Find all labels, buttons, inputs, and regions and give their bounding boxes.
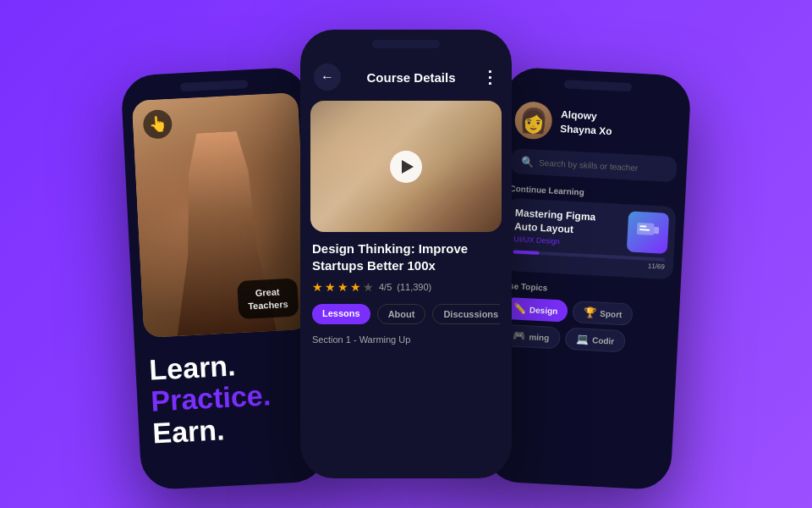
- user-header: AlqowyShayna Xo: [502, 67, 692, 157]
- phone-center-notch: [372, 40, 440, 48]
- badge-text: GreatTeachers: [247, 285, 288, 312]
- topic-coding-label: Codir: [592, 335, 615, 345]
- tagline-line-3: Earn.: [151, 410, 312, 450]
- section-label: Section 1 - Warming Up: [300, 334, 512, 345]
- course-title: Design Thinking: Improve Startups Better…: [312, 240, 500, 273]
- course-rating: ★ ★ ★ ★ ★ 4/5 (11,390): [312, 280, 500, 294]
- user-name: AlqowyShayna Xo: [560, 108, 613, 139]
- topic-design[interactable]: ✏️ Design: [502, 297, 568, 323]
- topic-sport[interactable]: 🏆 Sport: [573, 301, 634, 326]
- phone-center: ← Course Details ⋮ Design Thinking: Impr…: [300, 30, 512, 478]
- course-details-title: Course Details: [366, 70, 455, 85]
- browse-topics-title: vse Topics: [494, 280, 680, 299]
- topic-coding[interactable]: 💻 Codir: [564, 328, 625, 353]
- continue-card-title: Mastering Figma Auto Layout: [514, 207, 612, 238]
- play-button[interactable]: [390, 151, 422, 183]
- gaming-icon: 🎮: [513, 330, 526, 343]
- star-5: ★: [363, 280, 374, 294]
- topic-sport-label: Sport: [600, 308, 623, 318]
- search-icon: 🔍: [521, 156, 535, 168]
- topic-gaming-label: ming: [529, 332, 549, 342]
- course-thumbnail: [627, 211, 669, 253]
- design-icon: ✏️: [513, 303, 527, 316]
- topics-grid: ✏️ Design 🏆 Sport 🎮 ming 💻 Codir: [491, 296, 680, 355]
- great-teachers-badge: GreatTeachers: [237, 279, 299, 319]
- continue-card[interactable]: Mastering Figma Auto Layout UI/UX Design…: [503, 198, 676, 280]
- tab-lessons[interactable]: Lessons: [312, 304, 370, 324]
- star-1: ★: [312, 280, 323, 294]
- topic-design-label: Design: [529, 305, 558, 316]
- hand-icon: 👆: [142, 109, 173, 140]
- back-button[interactable]: ←: [314, 64, 341, 91]
- svg-rect-3: [654, 227, 659, 234]
- search-placeholder-text: Search by skills or teacher: [539, 157, 639, 172]
- more-button[interactable]: ⋮: [481, 67, 498, 87]
- course-info: Design Thinking: Improve Startups Better…: [300, 232, 512, 324]
- phones-container: 👆 GreatTeachers Learn. Practice. Earn. ←…: [0, 0, 812, 508]
- progress-bar-fill: [513, 250, 539, 255]
- phone-left: 👆 GreatTeachers Learn. Practice. Earn.: [120, 67, 327, 491]
- rating-value: 4/5: [379, 282, 392, 292]
- tab-about[interactable]: About: [377, 304, 426, 324]
- course-video[interactable]: [310, 101, 502, 232]
- phone-left-notch: [180, 80, 248, 91]
- tagline: Learn. Practice. Earn.: [134, 329, 326, 450]
- star-2: ★: [325, 280, 336, 294]
- phone-right: AlqowyShayna Xo 🔍 Search by skills or te…: [484, 67, 691, 491]
- svg-rect-1: [639, 225, 646, 227]
- star-4: ★: [350, 280, 361, 294]
- tab-discussions[interactable]: Discussions: [432, 304, 500, 324]
- hero-image: 👆 GreatTeachers: [132, 92, 310, 338]
- coding-icon: 💻: [576, 334, 590, 346]
- course-tabs: Lessons About Discussions R: [312, 304, 500, 324]
- stars: ★ ★ ★ ★ ★: [312, 280, 374, 294]
- star-3: ★: [337, 280, 348, 294]
- sport-icon: 🏆: [584, 306, 597, 319]
- avatar: [514, 101, 553, 140]
- rating-count: (11,390): [397, 282, 431, 292]
